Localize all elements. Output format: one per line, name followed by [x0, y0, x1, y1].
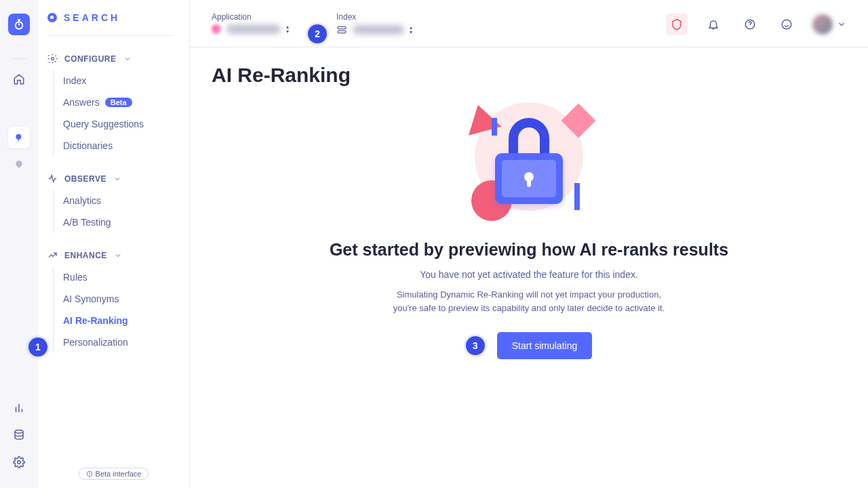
hero-description: Simulating Dynamic Re-Ranking will not y… [393, 288, 665, 314]
shield-icon [671, 18, 683, 30]
page-title: AI Re-Ranking [212, 64, 846, 87]
beta-interface-text: Beta interface [96, 470, 142, 478]
sidebar-item-analytics[interactable]: Analytics [63, 190, 174, 211]
index-label: Index [336, 12, 412, 22]
svg-rect-9 [338, 26, 346, 28]
bars-icon [13, 402, 25, 414]
topbar: Application ▴▾ 2 Index ▴▾ [190, 0, 868, 47]
rail-home[interactable] [8, 68, 30, 90]
nav-rail [0, 0, 38, 488]
svg-rect-2 [18, 138, 18, 141]
sidebar-item-rules[interactable]: Rules [63, 267, 174, 287]
section-observe[interactable]: OBSERVE [47, 165, 174, 190]
step-marker-2: 2 [308, 24, 327, 43]
hero-subtitle: You have not yet activated the feature f… [420, 269, 638, 280]
step-marker-1: 1 [28, 338, 47, 357]
application-selector[interactable]: Application ▴▾ [212, 12, 289, 34]
section-label: OBSERVE [64, 174, 106, 184]
section-label: ENHANCE [64, 251, 107, 260]
chevron-down-icon [114, 251, 122, 260]
main: Application ▴▾ 2 Index ▴▾ [190, 0, 868, 488]
gear-icon [13, 456, 25, 468]
sidebar-title: SEARCH [47, 12, 174, 36]
section-label: CONFIGURE [64, 54, 117, 64]
hero-heading: Get started by previewing how AI re-rank… [330, 240, 728, 260]
sidebar-item-answers[interactable]: Answers Beta [63, 92, 174, 113]
brand-logo[interactable] [8, 14, 30, 35]
topbar-right [666, 14, 846, 35]
sidebar-item-abtesting[interactable]: A/B Testing [63, 212, 174, 232]
sidebar-item-dictionaries[interactable]: Dictionaries [63, 136, 174, 156]
sidebar-item-label: Index [63, 75, 86, 86]
clock-icon [86, 470, 93, 477]
sidebar-title-text: SEARCH [64, 12, 120, 23]
index-name-redacted [353, 25, 404, 35]
feedback[interactable] [776, 14, 797, 35]
chevron-down-icon [837, 20, 846, 29]
chevron-down-icon [113, 175, 121, 183]
rail-hint[interactable] [8, 154, 30, 176]
help[interactable] [739, 14, 761, 35]
svg-rect-4 [18, 166, 20, 168]
svg-point-5 [15, 430, 23, 434]
chevron-down-icon [123, 55, 132, 63]
rail-search[interactable] [8, 127, 30, 148]
rail-data[interactable] [8, 424, 30, 446]
user-menu[interactable] [812, 14, 846, 35]
pulse-icon [47, 174, 58, 184]
sidebar-item-ai-reranking[interactable]: AI Re-Ranking [63, 310, 174, 331]
bell-icon [707, 18, 719, 30]
security-status[interactable] [666, 14, 688, 35]
lightbulb-icon [14, 159, 24, 170]
sidebar-item-label: Query Suggestions [63, 119, 144, 129]
rail-settings[interactable] [8, 451, 30, 473]
sidebar-item-label: Rules [63, 272, 87, 283]
sidebar-item-label: A/B Testing [63, 217, 111, 228]
hero: Get started by previewing how AI re-rank… [212, 99, 846, 359]
sidebar-item-ai-synonyms[interactable]: AI Synonyms [63, 289, 174, 309]
help-icon [744, 18, 756, 30]
sidebar-item-label: Answers [63, 97, 100, 108]
search-pin-icon [14, 132, 24, 143]
section-configure[interactable]: CONFIGURE [47, 45, 174, 70]
lock-illustration [465, 99, 593, 228]
app-name-redacted [226, 24, 281, 34]
avatar [812, 14, 833, 35]
smile-icon [781, 18, 793, 30]
database-icon [13, 429, 25, 441]
sidebar-item-personalization[interactable]: Personalization [63, 332, 174, 352]
step-marker-3: 3 [466, 336, 485, 355]
app-color-dot [212, 24, 221, 34]
sidebar-item-query-suggestions[interactable]: Query Suggestions [63, 114, 174, 134]
trend-icon [47, 250, 58, 260]
sidebar-item-index[interactable]: Index [63, 70, 174, 91]
gear-icon [47, 54, 58, 64]
svg-rect-10 [338, 30, 346, 33]
application-label: Application [212, 12, 289, 22]
index-selector[interactable]: Index ▴▾ [336, 12, 412, 35]
svg-point-7 [52, 58, 54, 60]
start-simulating-button[interactable]: Start simulating [497, 332, 592, 359]
sidebar-item-label: Personalization [63, 337, 128, 348]
beta-badge: Beta [105, 98, 132, 107]
svg-point-3 [16, 161, 22, 167]
sidebar-item-label: Analytics [63, 195, 101, 206]
notifications[interactable] [703, 14, 724, 35]
list-icon [336, 24, 347, 35]
sort-caret-icon: ▴▾ [410, 25, 412, 35]
search-dot-icon [47, 13, 57, 22]
svg-point-6 [17, 461, 20, 464]
stopwatch-icon [13, 18, 25, 30]
section-enhance[interactable]: ENHANCE [47, 242, 174, 267]
sidebar-item-label: AI Re-Ranking [63, 315, 128, 326]
svg-point-12 [782, 20, 791, 29]
sidebar-item-label: AI Synonyms [63, 293, 119, 304]
content: AI Re-Ranking Get started by previewing … [190, 47, 868, 488]
sort-caret-icon: ▴▾ [286, 24, 289, 34]
home-icon [13, 73, 25, 85]
sidebar-item-label: Dictionaries [63, 140, 113, 151]
sidebar: SEARCH CONFIGURE Index Answers Beta Quer… [38, 0, 190, 488]
rail-analytics[interactable] [8, 397, 30, 419]
beta-interface-badge[interactable]: Beta interface [79, 468, 149, 480]
